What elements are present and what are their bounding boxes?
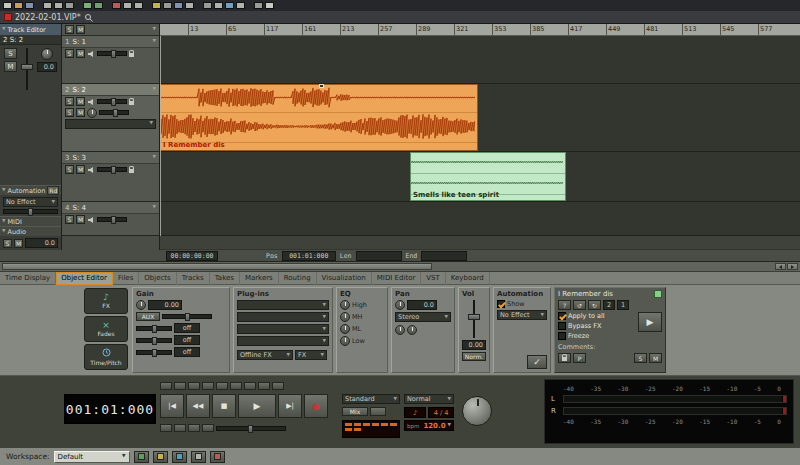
track-row[interactable]: 1 S: 1 ▼ S M	[62, 36, 159, 84]
mute-button[interactable]: M	[76, 108, 85, 117]
audio-clip-orange[interactable]: I Remember dis	[160, 84, 478, 151]
shuttle-slider[interactable]	[216, 426, 286, 431]
solo-button[interactable]: S	[65, 108, 74, 117]
offline-fx-select[interactable]: Offline FX ▼	[237, 350, 293, 360]
mute-all-button[interactable]: M	[76, 25, 85, 34]
open-project-icon[interactable]	[14, 2, 23, 9]
copy-icon[interactable]	[54, 2, 63, 9]
audio-solo-button[interactable]: S	[3, 239, 12, 248]
tab-time-display[interactable]: Time Display	[0, 272, 56, 285]
monitor-volume-knob[interactable]	[462, 396, 492, 426]
audio-clip-green[interactable]: Smells like teen spirit	[410, 152, 566, 201]
automation-slider[interactable]	[3, 209, 58, 214]
track-mute-button[interactable]: M	[4, 61, 17, 72]
object-editor-nav-fx[interactable]: ♪ FX	[84, 288, 128, 314]
track-lane-3[interactable]: Smells like teen spirit	[160, 152, 800, 202]
project-tab[interactable]: 2022-02-01.VIP*	[15, 13, 81, 22]
track-lanes[interactable]: I Remember dis Smells like teen spirit	[160, 36, 800, 250]
tab-vst[interactable]: VST	[421, 272, 446, 285]
apply-check-button[interactable]: ✓	[527, 355, 547, 369]
tab-midi-editor[interactable]: MIDI Editor	[372, 272, 422, 285]
tab-tracks[interactable]: Tracks	[177, 272, 210, 285]
aux-slider[interactable]	[162, 314, 212, 319]
scroll-left-button[interactable]	[775, 263, 786, 270]
mix-button[interactable]: Mix	[342, 407, 368, 416]
clip-handle[interactable]	[319, 84, 324, 88]
option-toggle[interactable]	[160, 424, 172, 432]
option-toggle[interactable]	[202, 424, 214, 432]
eq-low-knob[interactable]	[340, 336, 350, 346]
option-toggle[interactable]	[202, 382, 214, 390]
option-toggle[interactable]	[216, 382, 228, 390]
track-lane-2[interactable]: I Remember dis	[160, 84, 800, 152]
paste-icon[interactable]	[65, 2, 74, 9]
range-icon[interactable]	[163, 2, 172, 9]
tab-objects[interactable]: Objects	[139, 272, 176, 285]
undo-icon[interactable]	[83, 2, 92, 9]
send-slider[interactable]	[136, 350, 172, 355]
workspace-shortcut-icon[interactable]	[210, 451, 225, 463]
freeze-checkbox[interactable]	[558, 332, 566, 340]
tab-keyboard[interactable]: Keyboard	[446, 272, 490, 285]
time-signature-display[interactable]: 4 / 4	[428, 407, 454, 418]
eq-ml-knob[interactable]	[340, 324, 350, 334]
mixer-icon[interactable]	[214, 2, 223, 9]
mute-button[interactable]: M	[76, 165, 85, 174]
option-toggle[interactable]	[244, 382, 256, 390]
track-lane-1[interactable]	[160, 36, 800, 84]
solo-all-button[interactable]: S	[65, 25, 74, 34]
track-lane-4[interactable]	[160, 202, 800, 236]
aux-button[interactable]: AUX	[136, 312, 160, 321]
mute-button[interactable]: M	[76, 49, 85, 58]
tempo-display[interactable]: bpm 120.0 ▼	[404, 420, 454, 431]
show-checkbox[interactable]	[497, 300, 505, 308]
tab-visualization[interactable]: Visualization	[317, 272, 372, 285]
stop-button[interactable]: ■	[212, 394, 236, 418]
normalize-button[interactable]: Norm.	[462, 352, 486, 361]
lock-icon[interactable]	[129, 101, 134, 105]
pan-knob[interactable]	[87, 108, 97, 118]
object-editor-nav-timepitch[interactable]: Time/Pitch	[84, 344, 128, 370]
plugin-slot[interactable]: ▼	[237, 300, 329, 310]
solo-button[interactable]: S	[65, 215, 74, 224]
audio-section-header[interactable]: ▼ Audio	[0, 226, 61, 236]
track-effect-select[interactable]: ▼	[65, 119, 156, 129]
record-button[interactable]: ●	[304, 394, 328, 418]
monitor-button[interactable]	[370, 407, 386, 416]
tab-takes[interactable]: Takes	[210, 272, 240, 285]
go-to-end-button[interactable]: ▶|	[278, 394, 302, 418]
stop-icon[interactable]	[123, 2, 132, 9]
balance-knob[interactable]	[407, 325, 417, 335]
track-row[interactable]: 4 S: 4 ▼ S M	[62, 202, 159, 236]
track-editor-header[interactable]: ▼ Track Editor	[0, 24, 61, 35]
speaker-icon[interactable]	[87, 216, 95, 224]
magnifier-icon[interactable]	[84, 13, 93, 22]
new-project-icon[interactable]	[3, 2, 12, 9]
fx-select[interactable]: FX ▼	[295, 350, 327, 360]
rewind-button[interactable]: ◀◀	[186, 394, 210, 418]
send-slider[interactable]	[136, 338, 172, 343]
track-volume-fader[interactable]	[21, 48, 33, 90]
record-icon[interactable]	[112, 2, 121, 9]
plugin-slot[interactable]: ▼	[237, 324, 329, 334]
object-volume-fader[interactable]	[468, 300, 480, 338]
tab-markers[interactable]: Markers	[240, 272, 279, 285]
workspace-select[interactable]: Default ▼	[54, 451, 130, 463]
go-to-start-button[interactable]: |◀	[160, 394, 184, 418]
workspace-shortcut-icon[interactable]	[191, 451, 206, 463]
mute-button[interactable]: M	[76, 97, 85, 106]
track-fader[interactable]	[97, 167, 127, 172]
solo-button[interactable]: S	[65, 97, 74, 106]
tab-files[interactable]: Files	[113, 272, 139, 285]
apply-to-all-checkbox[interactable]	[558, 312, 566, 320]
settings-icon[interactable]	[254, 2, 263, 9]
track-fader[interactable]	[97, 51, 127, 56]
redo-button[interactable]: ↻	[588, 300, 601, 310]
option-toggle[interactable]	[174, 424, 186, 432]
vol-value[interactable]: 0.00	[462, 340, 486, 350]
lock-button[interactable]	[558, 353, 571, 363]
len-value[interactable]	[356, 251, 402, 261]
gain-knob[interactable]	[136, 300, 146, 310]
solo-button[interactable]: S	[65, 165, 74, 174]
end-value[interactable]	[421, 251, 467, 261]
